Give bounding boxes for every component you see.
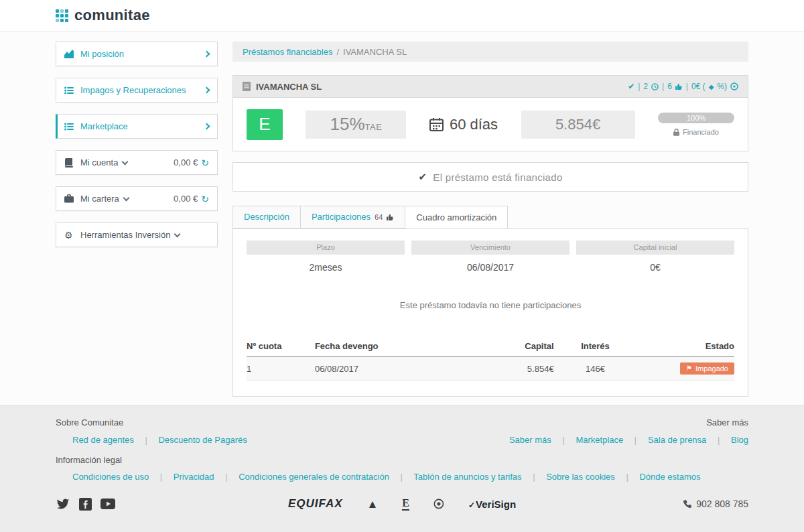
- footer-link-sala-de-prensa[interactable]: Sala de prensa: [648, 435, 706, 445]
- comunitae-logo[interactable]: comunitae: [56, 7, 150, 24]
- summary-col-plazo: Plazo 2meses: [247, 241, 405, 273]
- equifax-logo: EQUIFAX: [288, 497, 343, 511]
- rate-box: 15% TAE: [306, 111, 406, 139]
- account-balance: 0,00 €: [174, 157, 198, 168]
- summary-value: 06/08/2017: [411, 262, 570, 273]
- phone-number[interactable]: 902 808 785: [696, 498, 748, 509]
- col-header-interes: Interés: [554, 341, 637, 357]
- cell-interes: 146€: [554, 357, 637, 381]
- tab-label: Cuadro amortización: [416, 207, 496, 228]
- sidebar-item-label: Mi cartera: [80, 194, 119, 204]
- footer-link-red-de-agentes[interactable]: Red de agentes: [72, 435, 134, 445]
- sidebar-item-label: Mi posición: [80, 49, 124, 59]
- refresh-icon[interactable]: ↻: [201, 194, 209, 204]
- badge-label: Impagado: [695, 364, 728, 373]
- info-icon[interactable]: [730, 82, 738, 90]
- meta-value-2: 6: [667, 82, 672, 91]
- sidebar-item-mi-posicion[interactable]: Mi posición: [56, 42, 218, 66]
- no-participaciones-message: Este préstamo todavía no tiene participa…: [247, 300, 734, 310]
- loan-meta: ✔ | 2 | 6 | 0€ ( ◆ %): [628, 82, 738, 91]
- footer-link-condiciones-contratacion[interactable]: Condiciones generales de contratación: [239, 472, 389, 482]
- sidebar-item-mi-cartera[interactable]: Mi cartera 0,00 € ↻: [56, 186, 218, 211]
- breadcrumb: Préstamos financiables / IVAMANCHA SL: [232, 42, 748, 62]
- cell-fecha: 06/08/2017: [315, 357, 461, 381]
- list-icon: [64, 123, 76, 131]
- twitter-icon[interactable]: [56, 497, 70, 511]
- chevron-down-icon: [122, 158, 129, 165]
- thumb-up-icon: [675, 83, 683, 90]
- sidebar-item-mi-cuenta[interactable]: Mi cuenta 0,00 € ↻: [56, 150, 218, 175]
- main-content: Préstamos financiables / IVAMANCHA SL IV…: [232, 42, 748, 405]
- grade-badge: E: [247, 109, 283, 140]
- sidebar-item-label: Herramientas Inversión: [80, 230, 170, 240]
- footer-link-cookies[interactable]: Sobre las cookies: [546, 472, 615, 482]
- tab-label: Descripción: [244, 206, 289, 228]
- chevron-right-icon: [204, 123, 210, 130]
- tab-participaciones[interactable]: Participaciones 64: [300, 206, 405, 228]
- meta-value-3a: 0€ (: [691, 82, 706, 91]
- verisign-logo: ✓VeriSign: [468, 498, 516, 510]
- summary-col-capital-inicial: Capital inicial 0€: [576, 241, 734, 273]
- footer-link-privacidad[interactable]: Privacidad: [174, 472, 214, 482]
- diamond-icon: ◆: [709, 83, 714, 90]
- separator: |: [401, 472, 403, 482]
- loan-title: IVAMANCHA SL: [256, 82, 322, 92]
- footer-link-tablon-anuncios[interactable]: Tablón de anuncios y tarifas: [413, 472, 521, 482]
- term-value: 60 días: [450, 116, 498, 133]
- tab-cuadro-amortizacion[interactable]: Cuadro amortización: [405, 206, 508, 229]
- briefcase-icon: [64, 194, 76, 203]
- summary-header: Capital inicial: [576, 241, 734, 255]
- lock-icon: [673, 129, 679, 136]
- meta-value-1: 2: [643, 82, 648, 91]
- cell-cuota: 1: [247, 357, 315, 381]
- clock-icon: [651, 83, 659, 90]
- sidebar-item-impagos[interactable]: Impagos y Recuperaciones: [56, 78, 218, 103]
- top-bar: comunitae: [0, 0, 804, 31]
- verisign-text: VeriSign: [476, 498, 516, 510]
- phone-contact: 902 808 785: [682, 498, 748, 509]
- refresh-icon[interactable]: ↻: [201, 158, 209, 168]
- brand-name: comunitae: [74, 7, 150, 24]
- tab-descripcion[interactable]: Descripción: [232, 206, 301, 228]
- separator: |: [225, 472, 227, 482]
- loan-card: IVAMANCHA SL ✔ | 2 | 6 | 0€ ( ◆: [232, 75, 748, 151]
- footer-link-blog[interactable]: Blog: [731, 435, 748, 445]
- thumb-up-icon: [387, 214, 394, 221]
- facebook-icon[interactable]: [79, 498, 92, 511]
- youtube-icon[interactable]: [100, 498, 115, 509]
- sidebar: Mi posición Impagos y Recuperaciones Mar…: [56, 42, 218, 405]
- summary-value: 0€: [576, 262, 734, 273]
- footer-link-saber-mas[interactable]: Saber más: [509, 435, 551, 445]
- breadcrumb-link-prestamos[interactable]: Préstamos financiables: [243, 47, 332, 57]
- loan-stats: E 15% TAE 60 días 5.854€ 100% Financiado: [233, 98, 748, 151]
- sidebar-item-marketplace[interactable]: Marketplace: [56, 114, 218, 139]
- separator: |: [686, 82, 688, 91]
- footer-link-condiciones-uso[interactable]: Condiciones de uso: [72, 472, 149, 482]
- rate-value: 15%: [330, 114, 365, 135]
- check-icon: ✔: [418, 171, 427, 183]
- sidebar-item-herramientas[interactable]: ⚙ Herramientas Inversión: [56, 222, 218, 247]
- amortization-panel: Plazo 2meses Vencimiento 06/08/2017 Capi…: [232, 228, 748, 397]
- loan-summary: Plazo 2meses Vencimiento 06/08/2017 Capi…: [247, 241, 734, 273]
- loan-header: IVAMANCHA SL ✔ | 2 | 6 | 0€ ( ◆: [233, 76, 748, 98]
- progress-block: 100% Financiado: [658, 113, 734, 136]
- footer-link-donde-estamos[interactable]: Dónde estamos: [639, 472, 700, 482]
- footer-legal-title: Información legal: [56, 455, 748, 465]
- rate-suffix: TAE: [365, 122, 383, 132]
- portfolio-balance: 0,00 €: [174, 194, 198, 204]
- footer-link-marketplace[interactable]: Marketplace: [576, 435, 623, 445]
- footer-link-descuento-pagares[interactable]: Descuento de Pagarés: [158, 435, 247, 445]
- col-header-estado: Estado: [636, 341, 734, 357]
- col-header-cuota: Nº cuota: [247, 341, 315, 357]
- table-row[interactable]: 1 06/08/2017 5.854€ 146€ ⚑ Impagado: [247, 357, 734, 381]
- funded-label: Financiado: [683, 128, 719, 136]
- status-badge-impagado: ⚑ Impagado: [680, 362, 734, 375]
- separator: |: [634, 435, 636, 445]
- separator: |: [718, 435, 720, 445]
- sidebar-item-label: Mi cuenta: [80, 157, 118, 168]
- amortization-table: Nº cuota Fecha devengo Capital Interés E…: [247, 341, 734, 381]
- amount-box: 5.854€: [521, 111, 635, 139]
- footer: Sobre Comunitae Saber más Red de agentes…: [0, 405, 804, 532]
- separator: |: [145, 435, 147, 445]
- separator: |: [160, 472, 162, 482]
